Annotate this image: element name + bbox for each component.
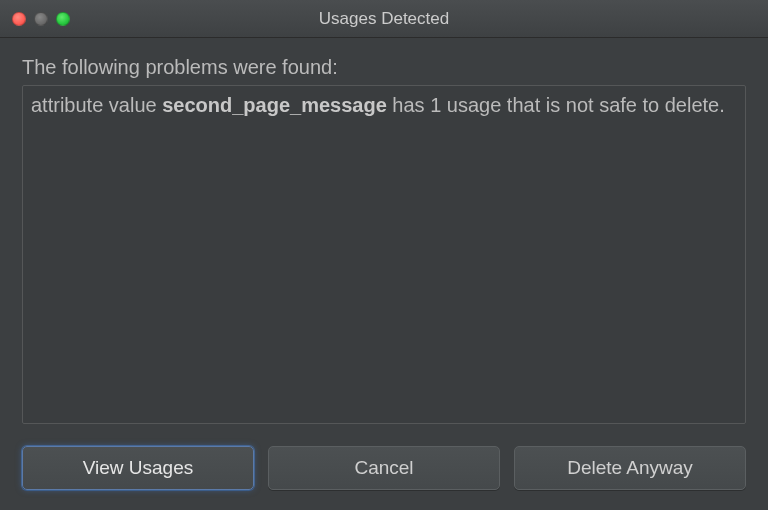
minimize-icon	[34, 12, 48, 26]
message-prefix: attribute value	[31, 94, 162, 116]
dialog-heading: The following problems were found:	[22, 56, 746, 79]
delete-anyway-button[interactable]: Delete Anyway	[514, 446, 746, 490]
dialog-content: The following problems were found: attri…	[0, 38, 768, 510]
view-usages-button[interactable]: View Usages	[22, 446, 254, 490]
window-controls	[0, 12, 70, 26]
message-box: attribute value second_page_message has …	[22, 85, 746, 424]
cancel-button[interactable]: Cancel	[268, 446, 500, 490]
titlebar: Usages Detected	[0, 0, 768, 38]
window-title: Usages Detected	[0, 9, 768, 29]
maximize-icon[interactable]	[56, 12, 70, 26]
close-icon[interactable]	[12, 12, 26, 26]
message-suffix: has 1 usage that is not safe to delete.	[387, 94, 725, 116]
button-row: View Usages Cancel Delete Anyway	[22, 446, 746, 490]
message-identifier: second_page_message	[162, 94, 387, 116]
